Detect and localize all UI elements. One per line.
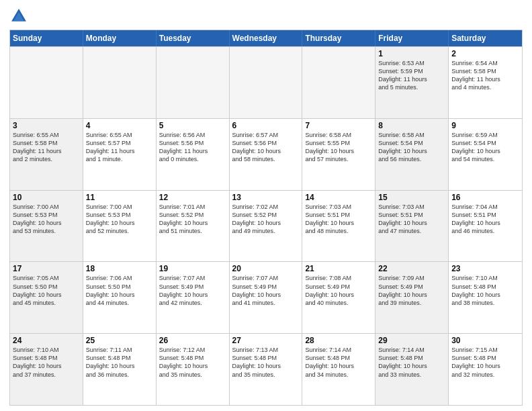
cal-cell: 25Sunrise: 7:11 AM Sunset: 5:48 PM Dayli… <box>83 334 157 405</box>
day-number: 10 <box>13 193 80 202</box>
cal-cell: 15Sunrise: 7:03 AM Sunset: 5:51 PM Dayli… <box>375 191 449 262</box>
cal-cell <box>230 47 303 118</box>
cal-cell: 5Sunrise: 6:56 AM Sunset: 5:56 PM Daylig… <box>157 119 230 190</box>
cal-cell: 13Sunrise: 7:02 AM Sunset: 5:52 PM Dayli… <box>230 191 303 262</box>
day-info: Sunrise: 7:00 AM Sunset: 5:53 PM Dayligh… <box>13 203 80 236</box>
day-info: Sunrise: 7:05 AM Sunset: 5:50 PM Dayligh… <box>13 274 80 307</box>
cal-cell: 11Sunrise: 7:00 AM Sunset: 5:53 PM Dayli… <box>83 191 157 262</box>
page: SundayMondayTuesdayWednesdayThursdayFrid… <box>0 0 532 411</box>
day-number: 13 <box>232 193 300 202</box>
cal-cell: 24Sunrise: 7:10 AM Sunset: 5:48 PM Dayli… <box>10 334 83 405</box>
day-info: Sunrise: 6:56 AM Sunset: 5:56 PM Dayligh… <box>159 131 226 164</box>
calendar-body: 1Sunrise: 6:53 AM Sunset: 5:59 PM Daylig… <box>10 46 522 405</box>
day-info: Sunrise: 7:10 AM Sunset: 5:48 PM Dayligh… <box>13 346 80 379</box>
logo-icon <box>9 7 28 26</box>
cal-row: 1Sunrise: 6:53 AM Sunset: 5:59 PM Daylig… <box>10 46 522 118</box>
day-info: Sunrise: 7:04 AM Sunset: 5:51 PM Dayligh… <box>451 203 519 236</box>
cal-header-cell: Tuesday <box>157 30 230 46</box>
day-number: 12 <box>159 193 226 202</box>
day-info: Sunrise: 7:03 AM Sunset: 5:51 PM Dayligh… <box>305 203 372 236</box>
day-number: 1 <box>378 49 445 58</box>
day-info: Sunrise: 7:07 AM Sunset: 5:49 PM Dayligh… <box>159 274 226 307</box>
day-number: 20 <box>232 264 300 273</box>
day-number: 25 <box>86 336 153 345</box>
day-number: 22 <box>378 264 445 273</box>
cal-header-cell: Sunday <box>10 30 83 46</box>
day-number: 9 <box>451 121 519 130</box>
day-info: Sunrise: 7:14 AM Sunset: 5:48 PM Dayligh… <box>378 346 445 379</box>
day-number: 16 <box>451 193 519 202</box>
cal-cell: 8Sunrise: 6:58 AM Sunset: 5:54 PM Daylig… <box>375 119 449 190</box>
cal-header-cell: Wednesday <box>230 30 303 46</box>
day-number: 18 <box>86 264 153 273</box>
cal-cell: 7Sunrise: 6:58 AM Sunset: 5:55 PM Daylig… <box>302 119 375 190</box>
day-number: 11 <box>86 193 153 202</box>
cal-cell: 19Sunrise: 7:07 AM Sunset: 5:49 PM Dayli… <box>157 262 230 333</box>
day-number: 26 <box>159 336 226 345</box>
day-info: Sunrise: 7:01 AM Sunset: 5:52 PM Dayligh… <box>159 203 226 236</box>
day-info: Sunrise: 6:54 AM Sunset: 5:58 PM Dayligh… <box>451 59 519 92</box>
cal-row: 24Sunrise: 7:10 AM Sunset: 5:48 PM Dayli… <box>10 333 522 405</box>
day-number: 4 <box>86 121 153 130</box>
day-number: 7 <box>305 121 372 130</box>
day-info: Sunrise: 6:55 AM Sunset: 5:58 PM Dayligh… <box>13 131 80 164</box>
cal-cell <box>10 47 83 118</box>
day-number: 30 <box>451 336 519 345</box>
logo <box>9 7 31 26</box>
day-info: Sunrise: 7:15 AM Sunset: 5:48 PM Dayligh… <box>451 346 519 379</box>
cal-cell: 6Sunrise: 6:57 AM Sunset: 5:56 PM Daylig… <box>230 119 303 190</box>
day-number: 24 <box>13 336 80 345</box>
day-info: Sunrise: 6:59 AM Sunset: 5:54 PM Dayligh… <box>451 131 519 164</box>
day-number: 8 <box>378 121 445 130</box>
cal-cell: 9Sunrise: 6:59 AM Sunset: 5:54 PM Daylig… <box>449 119 522 190</box>
day-number: 23 <box>451 264 519 273</box>
day-number: 6 <box>232 121 300 130</box>
cal-header-cell: Friday <box>375 30 449 46</box>
day-number: 21 <box>305 264 372 273</box>
day-info: Sunrise: 7:10 AM Sunset: 5:48 PM Dayligh… <box>451 274 519 307</box>
day-number: 2 <box>451 49 519 58</box>
cal-header-cell: Saturday <box>449 30 522 46</box>
cal-cell: 22Sunrise: 7:09 AM Sunset: 5:49 PM Dayli… <box>375 262 449 333</box>
cal-cell: 20Sunrise: 7:07 AM Sunset: 5:49 PM Dayli… <box>230 262 303 333</box>
day-number: 29 <box>378 336 445 345</box>
day-number: 28 <box>305 336 372 345</box>
cal-cell: 29Sunrise: 7:14 AM Sunset: 5:48 PM Dayli… <box>375 334 449 405</box>
cal-cell <box>83 47 157 118</box>
day-info: Sunrise: 7:11 AM Sunset: 5:48 PM Dayligh… <box>86 346 153 379</box>
cal-cell: 18Sunrise: 7:06 AM Sunset: 5:50 PM Dayli… <box>83 262 157 333</box>
day-info: Sunrise: 7:07 AM Sunset: 5:49 PM Dayligh… <box>232 274 300 307</box>
calendar: SundayMondayTuesdayWednesdayThursdayFrid… <box>9 30 523 406</box>
cal-cell: 30Sunrise: 7:15 AM Sunset: 5:48 PM Dayli… <box>449 334 522 405</box>
header <box>9 7 523 26</box>
cal-cell: 16Sunrise: 7:04 AM Sunset: 5:51 PM Dayli… <box>449 191 522 262</box>
cal-cell: 3Sunrise: 6:55 AM Sunset: 5:58 PM Daylig… <box>10 119 83 190</box>
cal-cell <box>157 47 230 118</box>
day-info: Sunrise: 6:58 AM Sunset: 5:54 PM Dayligh… <box>378 131 445 164</box>
cal-row: 17Sunrise: 7:05 AM Sunset: 5:50 PM Dayli… <box>10 261 522 333</box>
day-info: Sunrise: 7:12 AM Sunset: 5:48 PM Dayligh… <box>159 346 226 379</box>
day-info: Sunrise: 7:00 AM Sunset: 5:53 PM Dayligh… <box>86 203 153 236</box>
cal-header-cell: Monday <box>83 30 157 46</box>
day-info: Sunrise: 6:53 AM Sunset: 5:59 PM Dayligh… <box>378 59 445 92</box>
day-info: Sunrise: 7:13 AM Sunset: 5:48 PM Dayligh… <box>232 346 300 379</box>
cal-cell: 23Sunrise: 7:10 AM Sunset: 5:48 PM Dayli… <box>449 262 522 333</box>
day-number: 27 <box>232 336 300 345</box>
cal-cell: 4Sunrise: 6:55 AM Sunset: 5:57 PM Daylig… <box>83 119 157 190</box>
cal-header-cell: Thursday <box>302 30 375 46</box>
cal-cell <box>302 47 375 118</box>
day-info: Sunrise: 7:09 AM Sunset: 5:49 PM Dayligh… <box>378 274 445 307</box>
day-info: Sunrise: 7:02 AM Sunset: 5:52 PM Dayligh… <box>232 203 300 236</box>
cal-cell: 26Sunrise: 7:12 AM Sunset: 5:48 PM Dayli… <box>157 334 230 405</box>
cal-cell: 27Sunrise: 7:13 AM Sunset: 5:48 PM Dayli… <box>230 334 303 405</box>
day-info: Sunrise: 7:08 AM Sunset: 5:49 PM Dayligh… <box>305 274 372 307</box>
cal-cell: 10Sunrise: 7:00 AM Sunset: 5:53 PM Dayli… <box>10 191 83 262</box>
day-info: Sunrise: 6:58 AM Sunset: 5:55 PM Dayligh… <box>305 131 372 164</box>
day-number: 3 <box>13 121 80 130</box>
day-number: 15 <box>378 193 445 202</box>
day-number: 5 <box>159 121 226 130</box>
cal-cell: 21Sunrise: 7:08 AM Sunset: 5:49 PM Dayli… <box>302 262 375 333</box>
cal-row: 3Sunrise: 6:55 AM Sunset: 5:58 PM Daylig… <box>10 118 522 190</box>
cal-cell: 12Sunrise: 7:01 AM Sunset: 5:52 PM Dayli… <box>157 191 230 262</box>
cal-cell: 2Sunrise: 6:54 AM Sunset: 5:58 PM Daylig… <box>449 47 522 118</box>
